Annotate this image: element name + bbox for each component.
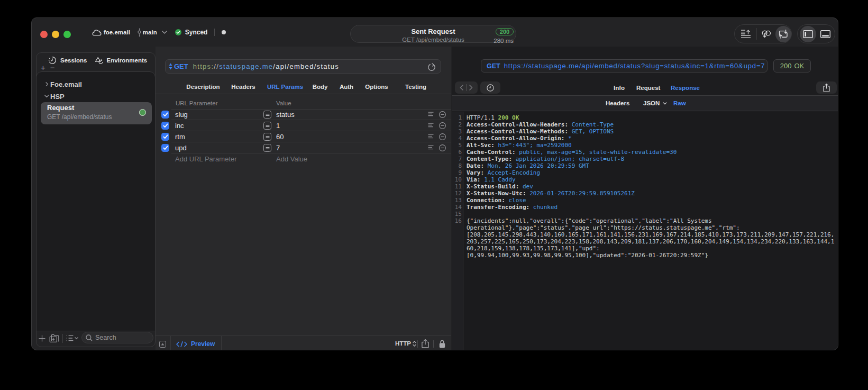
- sent-method: GET: [487, 62, 500, 70]
- add-value-field[interactable]: Add Value: [276, 155, 307, 163]
- sent-request-url-box[interactable]: GET https://statuspage.me/api/embed/stat…: [481, 59, 768, 72]
- zoom-window-button[interactable]: [63, 31, 71, 38]
- publish-button[interactable]: [738, 26, 754, 42]
- sync-check-icon: [175, 29, 181, 35]
- branch-selector[interactable]: main: [138, 28, 167, 37]
- line-number: 14: [452, 204, 462, 211]
- sent-request-status-pill[interactable]: Sent Request GET /api/embed/status 200 2…: [350, 25, 516, 43]
- clock-icon: [487, 84, 494, 92]
- sync-button[interactable]: [775, 26, 791, 42]
- new-folder-icon: [49, 334, 59, 343]
- param-options-icon[interactable]: [428, 145, 434, 150]
- column-value: Value: [276, 100, 291, 106]
- line-number: 12: [452, 190, 462, 197]
- subtab-raw[interactable]: Raw: [673, 100, 686, 106]
- response-line: 14Transfer-Encoding: chunked: [452, 204, 838, 211]
- export-response-button[interactable]: [816, 81, 837, 94]
- add-parameter-field[interactable]: Add URL Parameter: [175, 155, 237, 163]
- protocol-selector[interactable]: HTTP: [395, 340, 411, 347]
- subtab-json-label: JSON: [643, 100, 660, 106]
- tab-info[interactable]: Info: [614, 85, 625, 91]
- param-value[interactable]: 1: [276, 122, 280, 130]
- remove-session-button[interactable]: −: [50, 65, 55, 70]
- tab-url-params[interactable]: URL Params: [267, 84, 303, 90]
- tab-request[interactable]: Request: [636, 85, 660, 91]
- footer-divider: [62, 334, 63, 343]
- line-number: 5: [452, 142, 462, 149]
- equals-icon: [263, 111, 271, 119]
- tab-options[interactable]: Options: [365, 84, 388, 90]
- forward-icon[interactable]: [469, 85, 473, 90]
- response-raw-view[interactable]: 1HTTP/1.1 200 OK2Access-Control-Allow-He…: [452, 112, 838, 350]
- toolbar-divider: [756, 28, 757, 40]
- tree-item-foe-email[interactable]: Foe.email: [36, 79, 155, 89]
- remove-param-button[interactable]: [439, 144, 446, 151]
- tab-auth[interactable]: Auth: [340, 84, 353, 90]
- param-key[interactable]: rtm: [175, 133, 185, 141]
- toggle-bottom-panel-button[interactable]: [817, 26, 834, 42]
- tree-item-label: Foe.email: [50, 80, 82, 88]
- param-checkbox[interactable]: [161, 111, 169, 119]
- param-row-slug: slugstatus: [156, 109, 451, 120]
- tab-testing[interactable]: Testing: [405, 84, 426, 90]
- remove-param-button[interactable]: [439, 122, 446, 129]
- tree-item-hsp[interactable]: HSP: [36, 91, 155, 102]
- history-button[interactable]: [480, 81, 500, 94]
- lock-icon[interactable]: [439, 340, 445, 348]
- remove-param-button[interactable]: [439, 133, 446, 140]
- param-value[interactable]: status: [276, 111, 295, 119]
- param-checkbox[interactable]: [161, 122, 169, 130]
- chevron-right-icon: [43, 82, 50, 87]
- response-status-code: 200: [780, 62, 792, 70]
- tab-description[interactable]: Description: [186, 84, 220, 90]
- request-list-item[interactable]: Request GET /api/embed/status: [41, 102, 152, 124]
- param-key[interactable]: upd: [175, 144, 187, 152]
- request-panel: GET https://statuspage.me/api/embed/stat…: [156, 47, 451, 350]
- pull-button[interactable]: [759, 26, 775, 42]
- sort-options-button[interactable]: [66, 330, 80, 347]
- param-options-icon[interactable]: [428, 134, 434, 139]
- search-field[interactable]: Search: [81, 332, 153, 343]
- sessions-tree: Foe.email HSP Request GET /api/embed/sta…: [36, 71, 156, 331]
- param-key[interactable]: slug: [175, 111, 188, 119]
- toggle-sidebar-button[interactable]: [800, 26, 816, 42]
- response-line: 16{"incidents":null,"overall":{"code":"o…: [452, 217, 838, 224]
- param-key[interactable]: inc: [175, 122, 184, 130]
- request-url-field[interactable]: GET https://statuspage.me/api/embed/stat…: [165, 59, 441, 74]
- sidebar-footer: Search: [36, 330, 155, 347]
- response-panel: GET https://statuspage.me/api/embed/stat…: [452, 47, 838, 350]
- param-checkbox[interactable]: [161, 133, 169, 141]
- subtab-headers[interactable]: Headers: [606, 100, 629, 106]
- param-value[interactable]: 60: [276, 133, 284, 141]
- footer-divider: [417, 340, 418, 348]
- sync-status[interactable]: Synced: [175, 29, 208, 36]
- remove-param-button[interactable]: [439, 111, 446, 118]
- request-panel-footer: Preview HTTP: [156, 335, 451, 350]
- param-options-icon[interactable]: [428, 123, 434, 128]
- share-request-button[interactable]: [422, 339, 429, 348]
- param-value[interactable]: 7: [276, 144, 280, 152]
- preview-button[interactable]: Preview: [176, 340, 215, 348]
- updown-chevrons-icon: [413, 341, 416, 347]
- param-options-icon[interactable]: [428, 112, 434, 117]
- tab-headers[interactable]: Headers: [231, 84, 255, 90]
- new-folder-button[interactable]: [49, 330, 59, 347]
- subtab-json[interactable]: JSON: [643, 100, 667, 106]
- param-checkbox[interactable]: [161, 144, 169, 152]
- tab-response[interactable]: Response: [671, 85, 700, 91]
- minimize-window-button[interactable]: [52, 31, 59, 38]
- collapse-panel-button[interactable]: [159, 341, 166, 348]
- project-name[interactable]: foe.email: [104, 29, 130, 35]
- close-window-button[interactable]: [40, 31, 48, 38]
- request-duration: 280 ms: [494, 38, 514, 44]
- resend-request-button[interactable]: [427, 62, 436, 72]
- tab-environments[interactable]: Environments: [95, 57, 148, 65]
- add-request-button[interactable]: [39, 330, 45, 347]
- request-url[interactable]: https://statuspage.me/api/embed/status: [193, 62, 339, 70]
- shapes-icon: [95, 57, 103, 65]
- tab-body[interactable]: Body: [313, 84, 328, 90]
- method-stepper-icon[interactable]: [169, 63, 172, 70]
- back-icon[interactable]: [460, 85, 463, 90]
- add-session-button[interactable]: +: [41, 65, 45, 70]
- sidebar-add-remove: + −: [36, 64, 55, 71]
